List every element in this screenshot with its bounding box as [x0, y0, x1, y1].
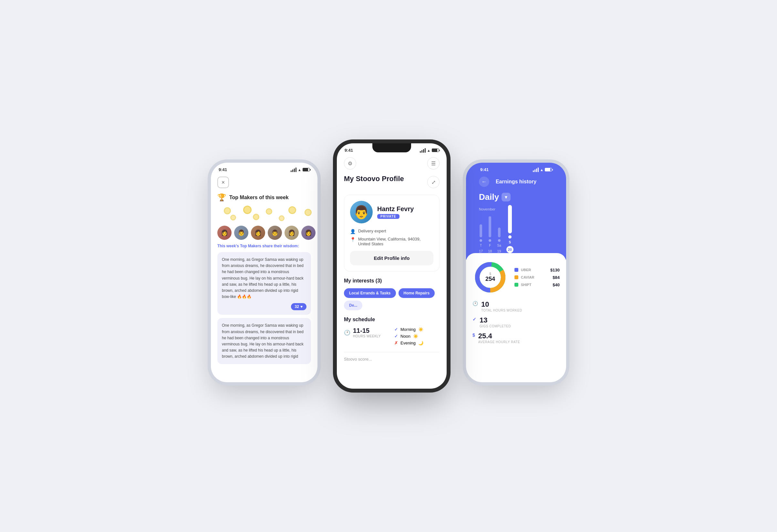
battery-icon-3 — [545, 168, 552, 171]
main-scene: 9:41 ▲ × 🏆 Top Makers of this — [179, 143, 598, 389]
day-label-17: T — [480, 244, 482, 247]
role-row: 👤 Delivery expert — [350, 229, 433, 234]
user-location: Mountain View, California, 94039, United… — [358, 237, 433, 246]
dollar-icon: $ — [472, 332, 475, 338]
evening-row: ✗ Evening 🌙 — [394, 341, 440, 346]
signal-icon-2 — [420, 148, 426, 153]
legend-caviar: CAVIAR $84 — [515, 275, 560, 280]
morning-label: Morning — [401, 327, 416, 332]
donut-center-value: $ 254 — [485, 272, 495, 282]
gigs-stat-content: 13 GIGS COMPLETED — [479, 316, 511, 328]
uber-dot — [515, 268, 518, 272]
avatar-4: 👨 — [268, 226, 282, 240]
avatar-2: 👨 — [234, 226, 248, 240]
location-icon: 📍 — [350, 237, 355, 242]
shipt-label: SHIPT — [521, 283, 550, 287]
period-dropdown[interactable]: ▾ — [502, 193, 511, 202]
time-phone3: 9:41 — [480, 167, 488, 172]
date-18: 18 — [488, 249, 492, 253]
hours-worked-label: TOTAL HOURS WORKED — [481, 309, 522, 312]
profile-info-name: Hantz Fevry PRIVATE — [377, 205, 414, 219]
story-footer-1: 32 ♥ — [222, 303, 307, 310]
back-button[interactable]: ← — [479, 176, 489, 187]
signal-icon — [291, 167, 297, 172]
phone-earnings: 9:41 ▲ ← Ear — [466, 163, 566, 382]
wifi-icon: ▲ — [298, 168, 301, 172]
caviar-amount: $84 — [553, 275, 560, 280]
like-badge-1[interactable]: 32 ♥ — [291, 303, 307, 310]
profile-user: 👨 Hantz Fevry PRIVATE — [350, 201, 433, 223]
schedule-right: ✓ Morning ☀️ ✓ Noon ☀️ ✗ Evening 🌙 — [394, 327, 440, 346]
chart-bar-18: F 18 — [488, 216, 492, 253]
interest-local-errands[interactable]: Local Errands & Tasks — [344, 288, 396, 298]
caviar-label: CAVIAR — [521, 275, 550, 279]
makers-title: Top Makers of this week — [229, 195, 289, 201]
gigs-label: GIGS COMPLETED — [479, 324, 511, 328]
hours-worked-value: 10 — [481, 300, 522, 309]
profile-topbar: ⚙ ☰ — [337, 155, 447, 175]
legend-shipt: SHIPT $40 — [515, 282, 560, 287]
status-icons-phone2: ▲ — [420, 148, 439, 153]
bar-17 — [479, 224, 482, 237]
stats-section: 🕐 10 TOTAL HOURS WORKED ✓ 13 GIGS COMPLE… — [472, 300, 560, 344]
hours-stat-content: 10 TOTAL HOURS WORKED — [481, 300, 522, 312]
day-label-19: Sa — [497, 244, 501, 247]
rate-label: AVERAGE HOURLY RATE — [478, 340, 520, 344]
close-button[interactable]: × — [217, 176, 229, 188]
gigs-stat: ✓ 13 GIGS COMPLETED — [472, 316, 560, 328]
makers-header: 🏆 Top Makers of this week — [217, 193, 311, 202]
time-phone1: 9:41 — [219, 167, 227, 172]
floating-coins-decoration — [217, 206, 311, 222]
month-label: November — [472, 207, 560, 214]
date-20: 20 — [507, 246, 514, 253]
makers-trophy-icon: 🏆 — [217, 193, 226, 202]
day-label-18: F — [489, 244, 491, 247]
user-role: Delivery expert — [358, 229, 386, 233]
avatar-3: 👩 — [251, 226, 265, 240]
profile-avatar: 👨 — [350, 201, 373, 223]
daily-selector: Daily ▾ — [472, 192, 560, 207]
donut-chart: $ 254 — [472, 260, 508, 295]
edit-profile-button[interactable]: Edit Profile info — [350, 251, 433, 265]
phone-profile: 9:41 ▲ ⚙ ☰ My Stoovo Profi — [337, 143, 447, 389]
schedule-hours: 🕐 11-15 HOURS WEEKLY — [344, 327, 389, 346]
interests-title: My interests (3) — [344, 278, 440, 284]
share-button[interactable]: ⤢ — [427, 176, 440, 188]
makers-subtitle: This week's Top Makers share their wisdo… — [217, 244, 311, 248]
chart-bar-19: Sa 19 — [497, 228, 501, 253]
morning-check: ✓ — [394, 327, 398, 332]
story-text-2: One morning, as Gregor Samsa was waking … — [222, 322, 307, 360]
schedule-section: 🕐 11-15 HOURS WEEKLY ✓ Morning ☀️ ✓ — [344, 327, 440, 346]
avatars-row: 👩 👨 👩 👨 👩 👩 — [217, 226, 311, 240]
evening-icon: 🌙 — [418, 341, 423, 346]
location-row: 📍 Mountain View, California, 94039, Unit… — [350, 237, 433, 246]
story-text-1: One morning, as Gregor Samsa was waking … — [222, 257, 307, 300]
phone3-bottom: $ 254 UBER $130 CAVIAR $84 — [466, 253, 566, 350]
day-label-20: S — [509, 241, 511, 244]
hours-value: 11-15 — [353, 327, 381, 335]
noon-row: ✓ Noon ☀️ — [394, 334, 440, 339]
rate-stat: $ 25.4 AVERAGE HOURLY RATE — [472, 332, 560, 344]
story-card-2: One morning, as Gregor Samsa was waking … — [217, 318, 311, 364]
interest-other[interactable]: De... — [344, 300, 362, 310]
evening-check: ✗ — [394, 341, 398, 346]
rate-stat-content: 25.4 AVERAGE HOURLY RATE — [478, 332, 520, 344]
stoovo-score-preview: Stoovo score... — [344, 352, 440, 362]
battery-icon — [303, 168, 310, 171]
dot-18 — [488, 239, 491, 242]
time-phone2: 9:41 — [345, 148, 353, 153]
settings-button[interactable]: ⚙ — [344, 157, 356, 169]
phone-top-makers: 9:41 ▲ × 🏆 Top Makers of this — [211, 163, 317, 382]
bar-19 — [498, 228, 501, 237]
signal-icon-3 — [533, 167, 539, 172]
bar-18 — [488, 216, 491, 237]
avatar-1: 👩 — [217, 226, 232, 240]
rate-value: 25.4 — [478, 332, 520, 340]
evening-label: Evening — [401, 341, 416, 346]
uber-label: UBER — [521, 268, 548, 272]
uber-amount: $130 — [550, 268, 560, 272]
interest-home-repairs[interactable]: Home Repairs — [399, 288, 435, 298]
date-17: 17 — [479, 249, 483, 253]
menu-button[interactable]: ☰ — [427, 157, 440, 169]
earnings-header-title: Earnings history — [493, 179, 539, 185]
